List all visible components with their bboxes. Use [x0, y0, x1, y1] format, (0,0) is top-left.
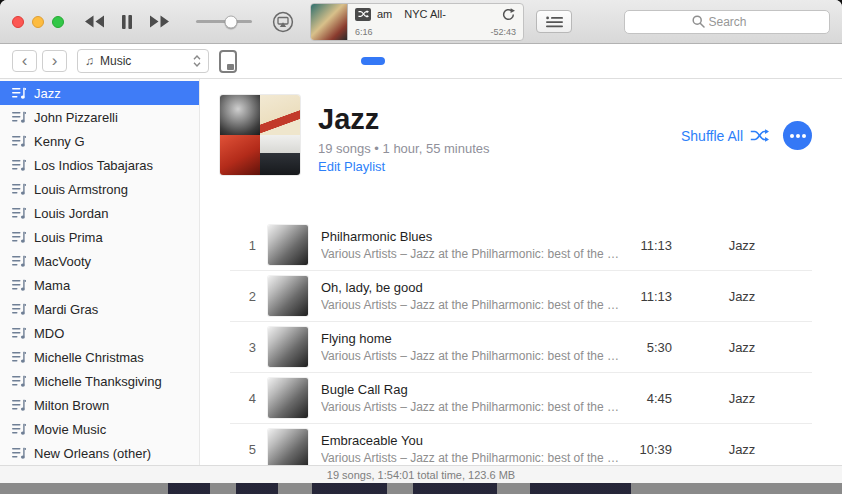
- sidebar-item[interactable]: Louis Armstrong: [0, 177, 199, 201]
- playlist-artwork: [220, 95, 300, 175]
- main-content: Jazz 19 songs • 1 hour, 55 minutes Edit …: [200, 79, 842, 465]
- song-number: 2: [230, 289, 256, 304]
- airplay-button[interactable]: [272, 11, 294, 33]
- nav-tab[interactable]: [463, 57, 487, 65]
- song-genre: Jazz: [672, 391, 812, 406]
- sidebar-item[interactable]: MDO: [0, 321, 199, 345]
- sidebar-item[interactable]: Movie Music: [0, 417, 199, 441]
- song-row[interactable]: 4 Bugle Call Rag Various Artists – Jazz …: [230, 373, 812, 424]
- sidebar-item[interactable]: Mardi Gras: [0, 297, 199, 321]
- playlist-icon: [12, 399, 26, 412]
- playlist-icon: [12, 279, 26, 292]
- sidebar-item-label: Kenny G: [34, 134, 85, 149]
- itunes-window: am NYC All- 6:16 -52:43 ‹ ›: [0, 0, 842, 494]
- song-artist: Various Artists – Jazz at the Philharmon…: [321, 451, 620, 465]
- sidebar-item[interactable]: Kenny G: [0, 129, 199, 153]
- song-title: Philharmonic Blues: [321, 229, 620, 244]
- miniplayer-button[interactable]: [219, 50, 237, 73]
- sidebar-item[interactable]: Louis Jordan: [0, 201, 199, 225]
- sidebar-item[interactable]: Mama: [0, 273, 199, 297]
- playlist-icon: [12, 351, 26, 364]
- miniplayer-icon: [227, 64, 234, 70]
- zoom-button[interactable]: [52, 16, 64, 28]
- sidebar-item-label: New Orleans (other): [34, 446, 151, 461]
- more-button[interactable]: [783, 121, 812, 150]
- now-playing-widget[interactable]: am NYC All- 6:16 -52:43: [310, 3, 524, 41]
- playlist-icon: [12, 375, 26, 388]
- song-artist: Various Artists – Jazz at the Philharmon…: [321, 298, 620, 312]
- playlist-title: Jazz: [318, 103, 490, 136]
- history-buttons: ‹ ›: [12, 50, 67, 72]
- sidebar-item-label: Louis Prima: [34, 230, 103, 245]
- sidebar-item-label: Movie Music: [34, 422, 106, 437]
- navigation-bar: ‹ › ♫ Music: [0, 44, 842, 79]
- sidebar-item-label: Los Indios Tabajaras: [34, 158, 153, 173]
- song-artist: Various Artists – Jazz at the Philharmon…: [321, 349, 620, 363]
- up-next-button[interactable]: [536, 10, 572, 33]
- volume-slider[interactable]: [196, 20, 252, 23]
- song-title: Embraceable You: [321, 433, 620, 448]
- sidebar-item-label: MacVooty: [34, 254, 91, 269]
- nav-tab[interactable]: [361, 57, 385, 65]
- nav-tab[interactable]: [429, 57, 453, 65]
- song-row[interactable]: 5 Embraceable You Various Artists – Jazz…: [230, 424, 812, 465]
- song-list: 1 Philharmonic Blues Various Artists – J…: [230, 220, 812, 465]
- transport-controls: [84, 15, 170, 29]
- search-input[interactable]: [709, 15, 763, 29]
- nav-tab[interactable]: [497, 57, 521, 65]
- up-next-icon: [546, 16, 563, 28]
- sidebar-item[interactable]: MacVooty: [0, 249, 199, 273]
- sidebar-item-label: Jazz: [34, 86, 61, 101]
- chevron-updown-icon: [193, 55, 201, 67]
- status-text: 19 songs, 1:54:01 total time, 123.6 MB: [327, 469, 515, 481]
- song-number: 4: [230, 391, 256, 406]
- song-row[interactable]: 1 Philharmonic Blues Various Artists – J…: [230, 220, 812, 271]
- fast-forward-button[interactable]: [149, 15, 170, 28]
- song-row[interactable]: 2 Oh, lady, be good Various Artists – Ja…: [230, 271, 812, 322]
- song-artwork: [268, 225, 308, 265]
- song-number: 5: [230, 442, 256, 457]
- sidebar-item[interactable]: Milton Brown: [0, 393, 199, 417]
- forward-button[interactable]: ›: [42, 50, 67, 72]
- playlist-icon: [12, 327, 26, 340]
- sidebar-item[interactable]: John Pizzarelli: [0, 105, 199, 129]
- playlist-info: Jazz 19 songs • 1 hour, 55 minutes Edit …: [318, 95, 490, 175]
- song-duration: 10:39: [620, 442, 672, 457]
- rewind-button[interactable]: [84, 15, 105, 28]
- sidebar-item[interactable]: Louis Prima: [0, 225, 199, 249]
- toolbar: am NYC All- 6:16 -52:43: [0, 0, 842, 44]
- playlist-icon: [12, 447, 26, 460]
- edit-playlist-link[interactable]: Edit Playlist: [318, 159, 385, 174]
- volume-knob[interactable]: [224, 15, 237, 28]
- sidebar-item[interactable]: New Orleans (other): [0, 441, 199, 465]
- nav-tab[interactable]: [395, 57, 419, 65]
- sidebar-item[interactable]: Jazz: [0, 81, 199, 105]
- now-playing-info: am NYC All- 6:16 -52:43: [348, 4, 523, 40]
- ellipsis-icon: [796, 134, 800, 138]
- song-artwork: [268, 429, 308, 465]
- song-title: Bugle Call Rag: [321, 382, 620, 397]
- status-bar: 19 songs, 1:54:01 total time, 123.6 MB: [0, 465, 842, 483]
- sidebar-item[interactable]: Los Indios Tabajaras: [0, 153, 199, 177]
- song-artist: Various Artists – Jazz at the Philharmon…: [321, 400, 620, 414]
- pause-button[interactable]: [121, 15, 133, 29]
- sidebar-item-label: Louis Jordan: [34, 206, 108, 221]
- search-field[interactable]: [624, 10, 830, 34]
- shuffle-all-button[interactable]: Shuffle All: [681, 128, 769, 144]
- playlist-icon: [12, 303, 26, 316]
- sidebar-item-label: John Pizzarelli: [34, 110, 118, 125]
- song-row[interactable]: 3 Flying home Various Artists – Jazz at …: [230, 322, 812, 373]
- repeat-icon[interactable]: [501, 8, 516, 21]
- volume-track[interactable]: [196, 20, 252, 23]
- playlist-header: Jazz 19 songs • 1 hour, 55 minutes Edit …: [220, 95, 812, 175]
- minimize-button[interactable]: [32, 16, 44, 28]
- sidebar-item[interactable]: Michelle Thanksgiving: [0, 369, 199, 393]
- playlist-icon: [12, 423, 26, 436]
- song-genre: Jazz: [672, 340, 812, 355]
- close-button[interactable]: [12, 16, 24, 28]
- media-picker[interactable]: ♫ Music: [77, 49, 209, 73]
- sidebar-item[interactable]: Michelle Christmas: [0, 345, 199, 369]
- back-button[interactable]: ‹: [12, 50, 37, 72]
- playlist-icon: [12, 135, 26, 148]
- playlist-meta: 19 songs • 1 hour, 55 minutes: [318, 141, 490, 156]
